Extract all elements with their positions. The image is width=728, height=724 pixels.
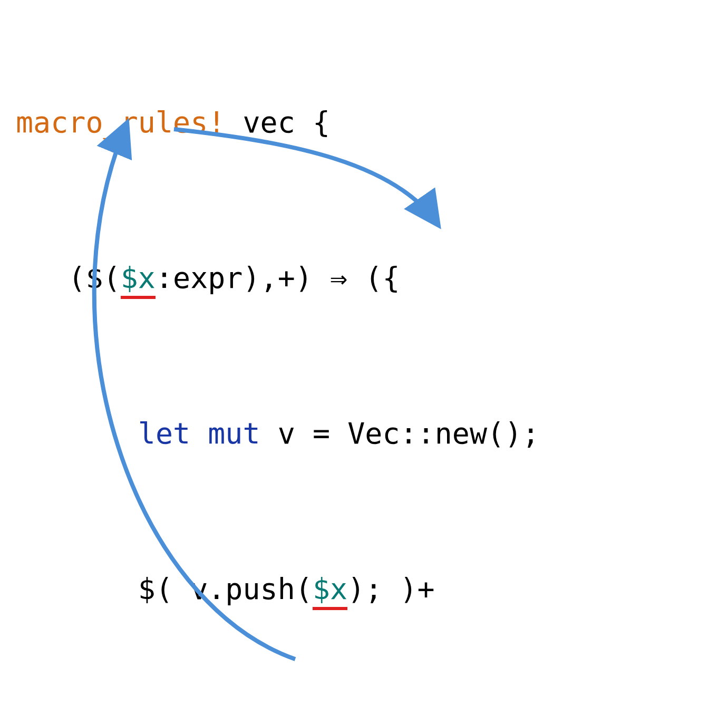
code-diagram: macro_rules! vec { ($($x:expr),+) ⇒ ({ l…: [0, 0, 728, 724]
code-line-4: $( v.push($x); )+: [16, 575, 539, 643]
token-vec-open: vec {: [225, 105, 330, 139]
token-l4-post: ); )+: [347, 572, 435, 606]
token-let-mut: let mut: [138, 417, 260, 450]
token-l2-post: :expr),+) ⇒ ({: [156, 261, 400, 295]
code-line-2: ($($x:expr),+) ⇒ ({: [16, 264, 539, 332]
code-block: macro_rules! vec { ($($x:expr),+) ⇒ ({ l…: [16, 21, 539, 724]
token-l4-pre: $( v.push(: [16, 572, 313, 606]
token-dollar-x-pattern: $x: [121, 261, 156, 299]
code-line-3: let mut v = Vec::new();: [16, 419, 539, 488]
token-l3-indent: [16, 417, 138, 450]
token-dollar-x-body: $x: [313, 572, 347, 610]
token-macro-rules: macro_rules!: [16, 105, 225, 139]
token-l3-rest: v = Vec::new();: [260, 417, 540, 450]
code-line-1: macro_rules! vec {: [16, 108, 539, 177]
token-l2-pre: ($(: [16, 261, 121, 295]
